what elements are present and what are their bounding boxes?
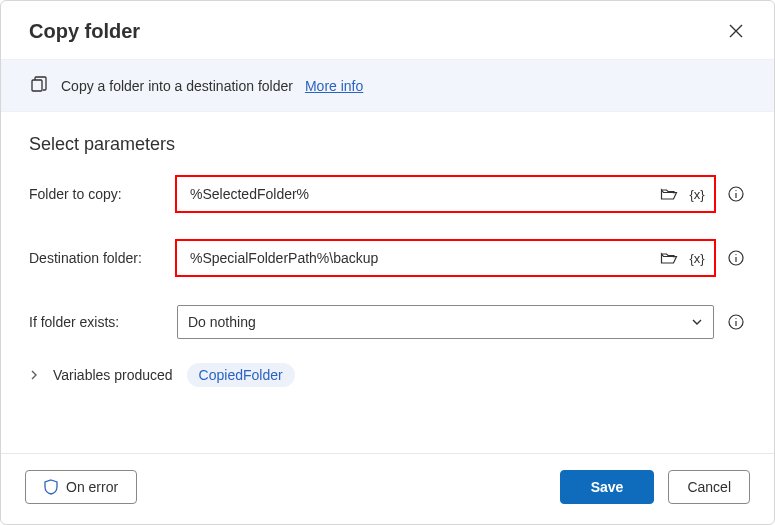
save-button[interactable]: Save — [560, 470, 655, 504]
description-bar: Copy a folder into a destination folder … — [1, 59, 774, 112]
svg-rect-0 — [32, 80, 42, 91]
dialog-footer: On error Save Cancel — [1, 453, 774, 524]
folder-open-icon — [660, 251, 678, 265]
on-error-label: On error — [66, 479, 118, 495]
variables-produced-label: Variables produced — [53, 367, 173, 383]
info-icon — [728, 250, 744, 266]
dialog-header: Copy folder — [1, 1, 774, 59]
on-error-button[interactable]: On error — [25, 470, 137, 504]
info-icon — [728, 314, 744, 330]
input-destination-folder[interactable] — [188, 242, 659, 274]
shield-icon — [44, 479, 58, 495]
close-button[interactable] — [722, 17, 750, 45]
browse-destination-button[interactable] — [659, 248, 679, 268]
insert-variable-button[interactable]: {x} — [687, 184, 707, 204]
description-text: Copy a folder into a destination folder — [61, 78, 293, 94]
row-destination-folder: Destination folder: {x} — [29, 241, 746, 275]
footer-right: Save Cancel — [560, 470, 750, 504]
browse-folder-button[interactable] — [659, 184, 679, 204]
svg-point-6 — [735, 318, 736, 319]
variables-produced-row: Variables produced CopiedFolder — [29, 363, 746, 387]
row-if-exists: If folder exists: Do nothing — [29, 305, 746, 339]
select-if-exists-value: Do nothing — [188, 314, 256, 330]
folder-open-icon — [660, 187, 678, 201]
select-if-exists[interactable]: Do nothing — [177, 305, 714, 339]
input-folder-to-copy[interactable] — [188, 178, 659, 210]
variable-chip-copiedfolder[interactable]: CopiedFolder — [187, 363, 295, 387]
label-destination-folder: Destination folder: — [29, 250, 165, 266]
insert-variable-button[interactable]: {x} — [687, 248, 707, 268]
chevron-right-icon — [29, 370, 39, 380]
svg-point-4 — [735, 254, 736, 255]
field-icons: {x} — [659, 248, 707, 268]
info-button-destination-folder[interactable] — [726, 248, 746, 268]
label-if-exists: If folder exists: — [29, 314, 165, 330]
info-button-folder-to-copy[interactable] — [726, 184, 746, 204]
close-icon — [729, 24, 743, 38]
variables-toggle[interactable] — [29, 370, 39, 380]
dialog-body: Select parameters Folder to copy: {x} — [1, 112, 774, 453]
copy-folder-icon — [29, 74, 49, 97]
info-icon — [728, 186, 744, 202]
input-wrap-destination-folder: {x} — [177, 241, 714, 275]
cancel-button[interactable]: Cancel — [668, 470, 750, 504]
svg-point-2 — [735, 190, 736, 191]
section-title: Select parameters — [29, 134, 746, 155]
copy-folder-dialog: Copy folder Copy a folder into a destina… — [0, 0, 775, 525]
row-folder-to-copy: Folder to copy: {x} — [29, 177, 746, 211]
dialog-title: Copy folder — [29, 20, 140, 43]
chevron-down-icon — [691, 316, 703, 328]
info-button-if-exists[interactable] — [726, 312, 746, 332]
more-info-link[interactable]: More info — [305, 78, 363, 94]
field-icons: {x} — [659, 184, 707, 204]
input-wrap-folder-to-copy: {x} — [177, 177, 714, 211]
label-folder-to-copy: Folder to copy: — [29, 186, 165, 202]
